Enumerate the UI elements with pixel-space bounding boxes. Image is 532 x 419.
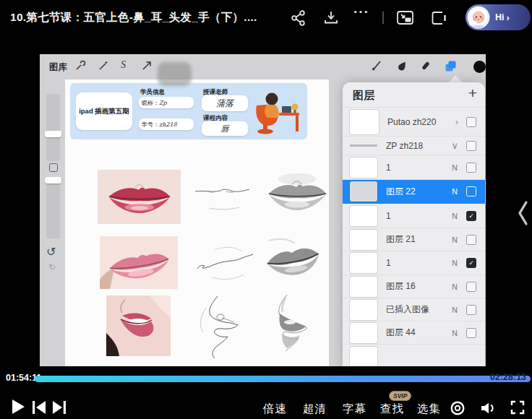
actions-button[interactable] — [74, 60, 86, 72]
find-button[interactable]: 查找 — [380, 402, 404, 417]
layer-row[interactable]: 1 N ✓ — [343, 251, 485, 275]
blend-mode-label[interactable]: N — [451, 282, 458, 291]
blend-mode-label[interactable]: N — [451, 329, 458, 337]
share-button[interactable] — [290, 9, 307, 27]
blend-mode-label[interactable]: N — [451, 259, 458, 267]
brush-size-slider-handle[interactable] — [45, 131, 61, 137]
adjustments-button[interactable] — [98, 60, 109, 72]
grayscale-lips-tilted — [262, 236, 324, 285]
layer-visibility-checkbox[interactable] — [466, 235, 476, 245]
drawing-canvas[interactable]: ipad 插画第五期 学员信息 昵称： Zp 学号： zh218 授课老师 蒲落… — [65, 79, 329, 366]
episodes-button[interactable]: 选集 — [417, 402, 441, 417]
layer-visibility-checkbox[interactable] — [466, 186, 476, 196]
group-chevron-icon[interactable]: › — [455, 116, 458, 127]
smudge-button[interactable] — [397, 60, 408, 72]
layers-panel-title: 图层 — [353, 89, 374, 103]
more-button[interactable]: ··· — [353, 4, 375, 20]
mini-player-button[interactable] — [430, 9, 449, 27]
layer-visibility-checkbox[interactable]: ✓ — [466, 211, 476, 221]
layer-visibility-checkbox[interactable] — [466, 282, 476, 292]
next-button[interactable] — [52, 400, 66, 415]
fullscreen-button[interactable] — [510, 400, 526, 416]
svip-badge: SVIP — [389, 391, 411, 401]
previous-button[interactable] — [32, 400, 46, 415]
teacher-value: 蒲落 — [216, 98, 233, 110]
undo-button[interactable]: ↺ — [46, 245, 56, 259]
layer-row[interactable] — [343, 345, 485, 366]
modify-button[interactable] — [49, 163, 58, 172]
layer-visibility-checkbox[interactable] — [466, 163, 476, 173]
blend-mode-label[interactable]: N — [451, 236, 458, 244]
student-id-value: zh218 — [159, 121, 177, 128]
share-icon — [290, 9, 307, 27]
opacity-slider[interactable] — [46, 178, 60, 238]
layer-visibility-checkbox[interactable] — [466, 305, 476, 315]
nickname-label: 昵称： — [142, 99, 159, 107]
layers-button[interactable] — [445, 60, 456, 72]
duration: 02:28:13 — [490, 372, 526, 382]
layer-visibility-checkbox[interactable]: ✓ — [466, 258, 476, 268]
settings-icon — [450, 400, 466, 416]
brush-size-slider[interactable] — [46, 94, 60, 161]
avatar — [467, 6, 490, 29]
blend-mode-label[interactable]: N — [451, 306, 458, 314]
group-chevron-icon[interactable]: ∨ — [451, 140, 458, 151]
layer-visibility-checkbox[interactable] — [466, 141, 476, 151]
course-name-box: ipad 插画第五期 — [76, 92, 132, 130]
layer-list: Putao zh220 › ZP zh218 ∨ 1 N 图层 22 N 1 N… — [343, 107, 485, 366]
play-button[interactable] — [12, 399, 25, 414]
layer-thumbnail — [350, 206, 377, 226]
subtitle-button[interactable]: 字幕 — [343, 402, 366, 417]
layer-name: 图层 16 — [386, 280, 451, 293]
blend-mode-label[interactable]: N — [451, 212, 458, 220]
color-well-button[interactable] — [473, 61, 486, 73]
layers-panel: 图层 + Putao zh220 › ZP zh218 ∨ 1 N 图层 22 … — [343, 82, 485, 366]
transform-button[interactable] — [141, 60, 153, 72]
nickname-value: Zp — [159, 100, 167, 106]
eraser-button[interactable] — [420, 60, 432, 72]
layer-row[interactable]: 已插入图像 N — [343, 298, 485, 321]
layer-thumbnail — [350, 110, 379, 134]
brush-button[interactable] — [371, 60, 382, 72]
layer-visibility-checkbox[interactable] — [466, 328, 476, 338]
edge-drawer-handle[interactable] — [516, 199, 531, 227]
layer-row[interactable]: ZP zh218 ∨ — [343, 137, 485, 155]
layer-row[interactable]: 图层 16 N — [343, 275, 485, 298]
download-button[interactable] — [322, 9, 340, 27]
settings-button[interactable] — [450, 400, 466, 416]
layer-name: 已插入图像 — [386, 303, 451, 316]
layer-name: 1 — [386, 163, 451, 173]
layer-row[interactable]: 图层 22 N — [343, 180, 485, 204]
layer-row[interactable]: 1 N — [343, 155, 485, 180]
gallery-button[interactable]: 图库 — [49, 61, 67, 74]
mini-player-icon — [430, 9, 447, 27]
blend-mode-label[interactable]: N — [451, 187, 458, 196]
layer-row[interactable]: 图层 21 N — [343, 228, 485, 251]
progress-bar[interactable] — [35, 376, 531, 382]
magic-wand-icon — [98, 60, 109, 72]
layer-row[interactable]: 1 N ✓ — [343, 204, 485, 228]
video-title: 10.第七节课：五官上色-鼻_耳_头发_手（下）.... — [10, 10, 257, 25]
layer-row[interactable]: 图层 44 N — [343, 321, 485, 345]
speed-button[interactable]: 倍速 — [263, 402, 287, 417]
layer-visibility-checkbox[interactable] — [466, 117, 476, 127]
blend-mode-label[interactable]: N — [451, 163, 458, 172]
opacity-slider-handle[interactable] — [45, 177, 61, 183]
fullscreen-icon — [510, 400, 525, 415]
user-avatar-pill[interactable]: Hi › — [466, 4, 531, 30]
layer-name: ZP zh218 — [386, 141, 451, 151]
add-layer-button[interactable]: + — [468, 85, 477, 102]
volume-button[interactable] — [479, 400, 495, 416]
layers-icon — [445, 60, 457, 72]
redo-button[interactable]: ↻ — [48, 262, 56, 272]
quality-button[interactable]: 超清 — [303, 402, 327, 417]
sketch-lips-front — [192, 172, 253, 218]
layer-name: 图层 21 — [386, 233, 451, 246]
layer-row[interactable]: Putao zh220 › — [343, 108, 485, 137]
pip-button[interactable] — [396, 9, 416, 27]
selection-button[interactable]: S — [121, 59, 126, 71]
procreate-screen: 图库 S — [40, 54, 486, 366]
video-player: 10.第七节课：五官上色-鼻_耳_头发_手（下）.... ··· — [0, 0, 532, 419]
layer-thumbnail — [350, 300, 377, 320]
layer-thumbnail — [350, 277, 377, 297]
